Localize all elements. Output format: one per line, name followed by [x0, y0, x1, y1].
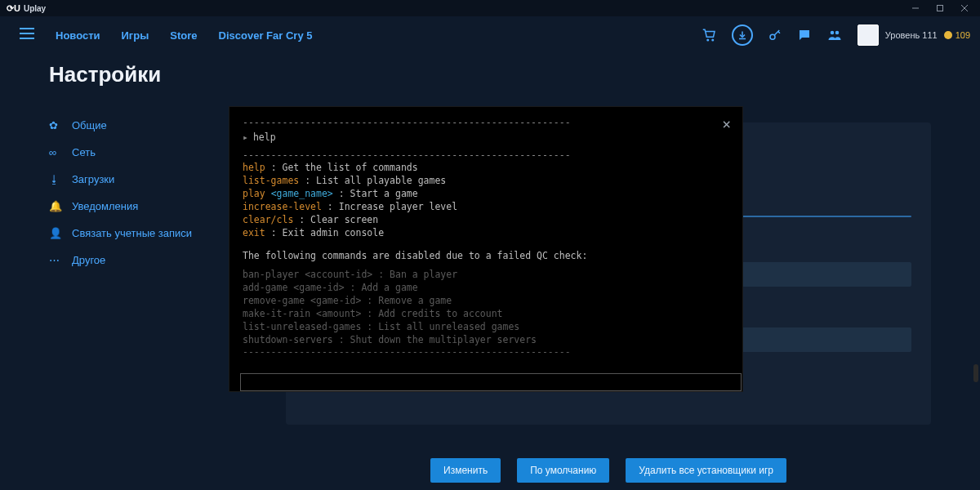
- cmd-arg: <game-id>: [305, 295, 361, 306]
- console-input-wrap: [240, 373, 742, 391]
- sidebar-item-network[interactable]: ∞Сеть: [49, 139, 237, 166]
- nav-store[interactable]: Store: [170, 29, 197, 42]
- console-separator: ----------------------------------------…: [243, 346, 729, 358]
- cmd-name: play: [243, 188, 265, 199]
- cmd-name: help: [243, 162, 265, 173]
- sidebar-item-link-accounts[interactable]: 👤Связать учетные записи: [49, 220, 237, 247]
- cmd-name: remove-game: [243, 295, 305, 306]
- console-command-row: remove-game <game-id> : Remove a game: [243, 294, 729, 307]
- cmd-desc: List all unreleased games: [378, 321, 519, 332]
- cmd-name: add-game: [243, 282, 287, 293]
- more-icon: ⋯: [49, 254, 60, 266]
- key-icon[interactable]: [768, 28, 782, 42]
- delete-installers-button[interactable]: Удалить все установщики игр: [626, 458, 786, 483]
- console-separator: ----------------------------------------…: [243, 149, 729, 161]
- svg-point-8: [712, 39, 714, 41]
- settings-sidebar: ✿Общие ∞Сеть ⭳Загрузки 🔔Уведомления 👤Свя…: [49, 112, 237, 274]
- cmd-desc: Shut down the multiplayer servers: [350, 334, 537, 345]
- top-nav: Новости Игры Store Discover Far Cry 5 Ур…: [0, 16, 980, 54]
- cmd-desc: Add a game: [361, 282, 417, 293]
- cmd-name: list-games: [243, 175, 299, 186]
- brand-text: Uplay: [24, 4, 46, 13]
- close-button[interactable]: [952, 0, 977, 16]
- sidebar-item-downloads[interactable]: ⭳Загрузки: [49, 166, 237, 193]
- cmd-arg: <game_name>: [265, 188, 333, 199]
- console-command-row: list-unreleased-games : List all unrelea…: [243, 320, 729, 333]
- cmd-desc: Ban a player: [390, 269, 457, 280]
- console-command-row: help : Get the list of commands: [243, 161, 729, 174]
- minimize-button[interactable]: [903, 0, 928, 16]
- cmd-name: clear/cls: [243, 214, 293, 225]
- disabled-commands-message: The following commands are disabled due …: [243, 250, 729, 261]
- sidebar-item-label: Сеть: [72, 146, 96, 158]
- console-command-row: list-games : List all playable games: [243, 174, 729, 187]
- cmd-desc: List all playable games: [316, 175, 446, 186]
- cmd-colon: :: [265, 162, 283, 173]
- coins-badge: 109: [944, 30, 970, 40]
- cmd-colon: :: [293, 214, 310, 225]
- cmd-name: ban-player: [243, 269, 299, 280]
- friends-icon[interactable]: [826, 28, 843, 42]
- cmd-desc: Get the list of commands: [282, 162, 417, 173]
- cmd-arg: <game-id>: [287, 282, 344, 293]
- cmd-arg: <amount>: [310, 308, 361, 319]
- sidebar-item-notifications[interactable]: 🔔Уведомления: [49, 193, 237, 220]
- cmd-desc: Add credits to account: [378, 308, 502, 319]
- window-titlebar: ⟳U Uplay: [0, 0, 980, 16]
- svg-rect-1: [938, 6, 943, 11]
- avatar: [858, 24, 879, 46]
- cmd-desc: Start a game: [350, 188, 418, 199]
- svg-point-9: [770, 34, 775, 39]
- sidebar-item-label: Уведомления: [72, 200, 138, 212]
- cmd-desc: Clear screen: [310, 214, 378, 225]
- console-input[interactable]: [241, 374, 741, 390]
- nav-news[interactable]: Новости: [56, 29, 100, 42]
- cmd-colon: :: [361, 308, 378, 319]
- prompt-caret-icon: ▸: [243, 131, 248, 143]
- default-button[interactable]: По умолчанию: [517, 458, 609, 483]
- bell-icon: 🔔: [49, 200, 60, 212]
- sidebar-item-general[interactable]: ✿Общие: [49, 112, 237, 139]
- cmd-colon: :: [333, 188, 350, 199]
- cmd-desc: Exit admin console: [282, 227, 384, 238]
- console-command-row: ban-player <account-id> : Ban a player: [243, 268, 729, 281]
- chat-icon[interactable]: [797, 28, 812, 42]
- sidebar-item-label: Загрузки: [72, 173, 114, 185]
- cmd-name: shutdown-servers: [243, 334, 333, 345]
- nav-games[interactable]: Игры: [122, 29, 149, 42]
- nav-discover[interactable]: Discover Far Cry 5: [219, 29, 313, 42]
- cmd-colon: :: [361, 321, 378, 332]
- console-command-row: exit : Exit admin console: [243, 226, 729, 239]
- sidebar-item-label: Другое: [72, 254, 105, 266]
- gear-icon: ✿: [49, 119, 60, 131]
- cmd-name: increase-level: [243, 201, 322, 212]
- menu-icon[interactable]: [20, 28, 34, 42]
- cmd-colon: :: [333, 334, 350, 345]
- admin-console-modal: × --------------------------------------…: [229, 106, 743, 392]
- downloads-icon[interactable]: [732, 24, 753, 46]
- page-title: Настройки: [49, 62, 237, 87]
- user-icon: 👤: [49, 227, 60, 239]
- coin-icon: [944, 31, 952, 39]
- console-command-row: shutdown-servers : Shut down the multipl…: [243, 333, 729, 346]
- console-scrollbar-thumb[interactable]: [973, 364, 978, 382]
- edit-button[interactable]: Изменить: [430, 458, 501, 483]
- user-chip[interactable]: Уровень 111 109: [858, 24, 970, 46]
- svg-point-7: [707, 39, 709, 41]
- cart-icon[interactable]: [702, 28, 717, 42]
- console-command-row: play <game_name> : Start a game: [243, 187, 729, 200]
- console-command-row: make-it-rain <amount> : Add credits to a…: [243, 307, 729, 320]
- maximize-button[interactable]: [928, 0, 952, 16]
- sidebar-item-label: Связать учетные записи: [72, 227, 192, 239]
- console-command-row: clear/cls : Clear screen: [243, 213, 729, 226]
- link-icon: ∞: [49, 146, 60, 158]
- close-icon[interactable]: ×: [722, 115, 731, 132]
- cmd-colon: :: [361, 295, 378, 306]
- console-separator: ----------------------------------------…: [243, 117, 729, 128]
- sidebar-item-other[interactable]: ⋯Другое: [49, 247, 237, 274]
- svg-point-11: [835, 31, 840, 35]
- cmd-colon: :: [299, 175, 316, 186]
- cmd-name: make-it-rain: [243, 308, 310, 319]
- cmd-colon: :: [265, 227, 283, 238]
- cmd-desc: Increase player level: [339, 201, 457, 212]
